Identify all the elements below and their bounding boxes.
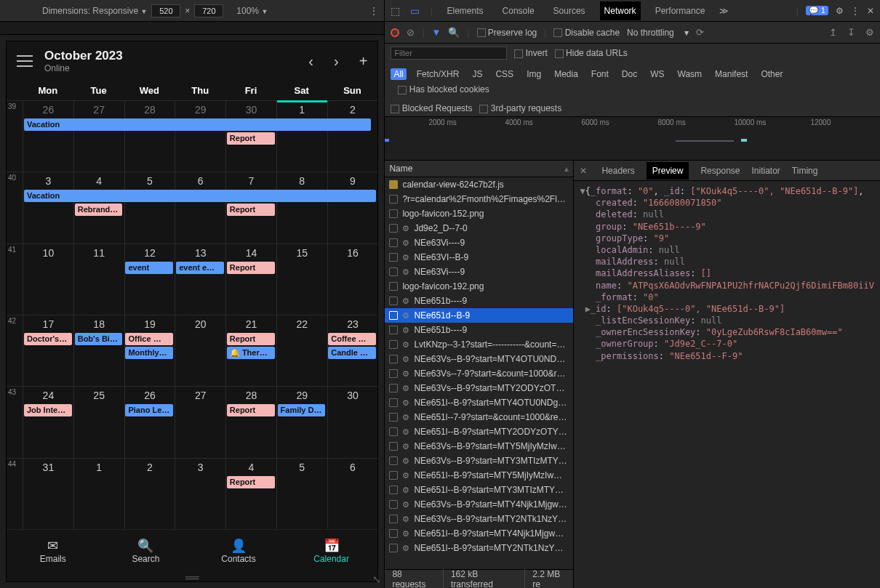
day-cell[interactable]: 2	[327, 101, 378, 172]
filter-type-img[interactable]: Img	[524, 68, 544, 80]
request-row[interactable]: ⚙NEe63Vs--7-9?start=&count=1000&re…	[385, 366, 573, 381]
event-chip[interactable]: Report	[227, 476, 275, 488]
prev-month-icon[interactable]: ‹	[308, 53, 313, 70]
day-cell[interactable]: 3	[175, 459, 225, 529]
close-detail-icon[interactable]: ✕	[580, 166, 587, 176]
request-row[interactable]: ⚙NEe63VI--B-9	[385, 250, 573, 265]
event-chip[interactable]: Vacation	[24, 118, 371, 131]
day-cell[interactable]: 6	[175, 172, 225, 243]
request-row[interactable]: ⚙Jd9e2_D--7-0	[385, 221, 573, 235]
detail-tab-preview[interactable]: Preview	[647, 162, 689, 180]
day-cell[interactable]: 20	[175, 315, 225, 386]
close-devtools-icon[interactable]: ✕	[867, 6, 874, 16]
detail-tab-timing[interactable]: Timing	[792, 166, 818, 176]
event-chip[interactable]: Office …	[125, 333, 173, 345]
add-event-icon[interactable]: +	[359, 53, 368, 70]
day-cell[interactable]: 28	[225, 387, 276, 457]
day-cell[interactable]: 1	[276, 101, 327, 172]
next-month-icon[interactable]: ›	[334, 53, 339, 70]
popout-icon[interactable]: ⤡	[372, 573, 381, 585]
event-chip[interactable]: Vacation	[24, 190, 376, 202]
blocked-requests-checkbox[interactable]: Blocked Requests	[391, 103, 472, 113]
day-cell[interactable]: 28	[124, 101, 175, 172]
invert-checkbox[interactable]: Invert	[514, 48, 547, 58]
issues-badge[interactable]: 💬 1	[806, 6, 828, 15]
height-input[interactable]	[194, 4, 223, 17]
device-mode-icon[interactable]: ▭	[410, 5, 420, 17]
event-chip[interactable]: Monthly…	[125, 347, 173, 359]
request-row[interactable]: ⚙NEe651b----9	[385, 294, 573, 308]
menu-icon[interactable]	[17, 55, 33, 67]
day-cell[interactable]: 14	[225, 244, 276, 315]
day-cell[interactable]: 27	[73, 101, 124, 172]
filter-type-font[interactable]: Font	[588, 68, 612, 80]
day-cell[interactable]: 26	[23, 101, 73, 172]
day-cell[interactable]: 18	[73, 315, 124, 386]
network-conditions-icon[interactable]: ⟳	[696, 27, 704, 38]
request-row[interactable]: ?r=calendar%2Fmonth%2Fimages%2Flo…	[385, 192, 573, 206]
request-row[interactable]: ⚙NEe651l--B-9?start=MTY5MjIyMzIwM…	[385, 468, 573, 483]
settings-icon[interactable]: ⚙	[836, 6, 844, 16]
request-row[interactable]: ⚙NEe651l--B-9?start=MTY4OTU0NDgw…	[385, 395, 573, 410]
day-cell[interactable]: 8	[276, 172, 327, 243]
filter-type-css[interactable]: CSS	[492, 68, 516, 80]
day-cell[interactable]: 31	[23, 459, 73, 529]
event-chip[interactable]: event e…	[176, 262, 224, 274]
nav-calendar[interactable]: 📅Calendar	[285, 530, 378, 573]
request-row[interactable]: ⚙NEe651l--B-9?start=MTY2NTk1NzYw…	[385, 541, 573, 555]
event-chip[interactable]: Family D…	[278, 404, 326, 416]
filter-type-media[interactable]: Media	[551, 68, 581, 80]
request-row[interactable]: logo-favicon-152.png	[385, 206, 573, 221]
detail-tab-headers[interactable]: Headers	[601, 166, 634, 176]
detail-tab-response[interactable]: Response	[700, 166, 740, 176]
tab-elements[interactable]: Elements	[443, 1, 488, 20]
request-row[interactable]: ⚙NEe63Vs--B-9?start=MTY3MTIzMTY…	[385, 454, 573, 468]
day-cell[interactable]: 6	[327, 459, 378, 529]
tab-sources[interactable]: Sources	[549, 1, 590, 20]
day-cell[interactable]: 2	[124, 459, 175, 529]
name-column-header[interactable]: Name	[389, 164, 412, 174]
filter-type-ws[interactable]: WS	[647, 68, 667, 80]
event-chip[interactable]: Candle …	[328, 347, 376, 359]
search-icon[interactable]: 🔍	[448, 27, 460, 38]
day-cell[interactable]: 17	[23, 315, 73, 386]
throttling-dropdown[interactable]: No throttling ▾	[627, 28, 689, 38]
request-row[interactable]: ⚙NEe63Vi----9	[385, 265, 573, 279]
event-chip[interactable]: Report	[227, 333, 275, 345]
day-cell[interactable]: 29	[175, 101, 225, 172]
filter-type-fetch/xhr[interactable]: Fetch/XHR	[414, 68, 463, 80]
third-party-checkbox[interactable]: 3rd-party requests	[479, 103, 561, 113]
nav-search[interactable]: 🔍Search	[100, 530, 193, 573]
event-chip[interactable]: Rebrand…	[75, 204, 123, 216]
day-cell[interactable]: 15	[276, 244, 327, 315]
more-tabs-icon[interactable]: ≫	[719, 6, 729, 16]
day-cell[interactable]: 27	[175, 387, 225, 457]
filter-input[interactable]	[391, 47, 507, 60]
day-cell[interactable]: 16	[327, 244, 378, 315]
inspect-icon[interactable]: ⬚	[391, 5, 400, 17]
event-chip[interactable]: Report	[227, 404, 275, 416]
filter-type-all[interactable]: All	[391, 68, 406, 80]
network-settings-icon[interactable]: ⚙	[865, 27, 874, 38]
request-row[interactable]: ⚙NEe63Vs--B-9?start=MTY4OTU0NDg…	[385, 352, 573, 366]
day-cell[interactable]: 5	[276, 459, 327, 529]
request-row[interactable]: ⚙LvtKNzp--3-1?start=-----------&count=1…	[385, 337, 573, 352]
request-row[interactable]: ⚙NEe651l--7-9?start=&count=1000&rev…	[385, 410, 573, 424]
device-menu-icon[interactable]: ⋮	[369, 6, 378, 16]
request-row[interactable]: ⚙NEe651b----9	[385, 323, 573, 337]
event-chip[interactable]: 🔔 Therapy…	[227, 347, 275, 359]
tab-performance[interactable]: Performance	[651, 1, 710, 20]
blocked-cookies-checkbox[interactable]: Has blocked cookies	[398, 84, 489, 94]
request-row[interactable]: ⚙NEe63Vs--B-9?start=MTY5MjIyMzIw…	[385, 439, 573, 454]
day-cell[interactable]: 13	[175, 244, 225, 315]
event-chip[interactable]: Doctor's…	[24, 333, 72, 345]
request-row[interactable]: ⚙NEe63Vs--B-9?start=MTY4Njk1Mjgw…	[385, 497, 573, 512]
day-cell[interactable]: 4	[225, 459, 276, 529]
nav-contacts[interactable]: 👤Contacts	[192, 530, 285, 573]
detail-tab-initiator[interactable]: Initiator	[751, 166, 780, 176]
tab-console[interactable]: Console	[498, 1, 539, 20]
day-cell[interactable]: 24	[23, 387, 73, 457]
request-row[interactable]: ⚙NEe63Vs--B-9?start=MTY2NTk1NzYw…	[385, 512, 573, 526]
event-chip[interactable]: Report	[227, 132, 275, 145]
network-timeline[interactable]: 2000 ms4000 ms6000 ms8000 ms10000 ms1200…	[385, 117, 880, 161]
